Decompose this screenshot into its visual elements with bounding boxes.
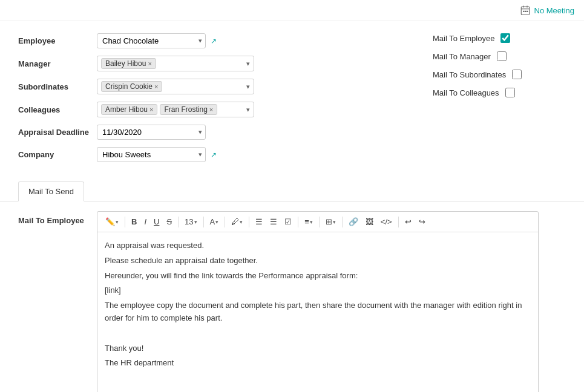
- colleagues-label: Colleagues: [18, 105, 97, 114]
- editor-toolbar: ✏️▾ B I U S 13 ▾ A▾ 🖊▾: [97, 212, 538, 232]
- colleagues-tag-remove-1[interactable]: ×: [209, 106, 213, 113]
- subordinates-control: Crispin Cookie ×: [97, 79, 408, 94]
- font-size-button[interactable]: 13 ▾: [182, 215, 200, 228]
- form-right: Mail To Employee Mail To Manager Mail To…: [433, 33, 566, 169]
- font-size-value: 13: [185, 217, 193, 226]
- colleagues-tag-0: Amber Hibou ×: [101, 104, 157, 115]
- toolbar-divider-9: [398, 217, 399, 227]
- deadline-control: 11/30/2020: [97, 125, 408, 140]
- alignment-button[interactable]: ≡▾: [301, 215, 316, 228]
- ordered-list-button[interactable]: ☰: [267, 215, 280, 228]
- font-color-button[interactable]: A▾: [207, 215, 222, 228]
- toolbar-divider-5: [249, 217, 249, 227]
- deadline-select[interactable]: 11/30/2020: [97, 125, 206, 140]
- mail-subordinates-label: Mail To Subordinates: [433, 70, 506, 79]
- deadline-row: Appraisal Deadline 11/30/2020: [18, 125, 408, 140]
- company-external-link[interactable]: ↗: [211, 151, 217, 159]
- svg-rect-4: [523, 11, 524, 12]
- email-line-4: [link]: [105, 284, 531, 297]
- mail-section: Mail To Employee ✏️▾ B I U S 13 ▾: [0, 201, 584, 392]
- top-bar: No Meeting: [0, 0, 584, 21]
- colleagues-tag-input[interactable]: Amber Hibou × Fran Frosting ×: [97, 102, 254, 117]
- subordinates-label: Subordinates: [18, 82, 97, 91]
- svg-rect-6: [527, 11, 528, 12]
- colleagues-tag-text-0: Amber Hibou: [105, 105, 148, 114]
- mail-employee-label: Mail To Employee: [433, 34, 494, 43]
- mail-subordinates-row: Mail To Subordinates: [433, 70, 566, 79]
- email-line-1: An appraisal was requested.: [105, 240, 531, 252]
- underline-button[interactable]: U: [151, 215, 162, 228]
- unordered-list-button[interactable]: ☰: [252, 215, 266, 228]
- italic-button[interactable]: I: [141, 215, 149, 228]
- deadline-select-wrapper[interactable]: 11/30/2020: [97, 125, 206, 140]
- email-line-6: [105, 327, 531, 340]
- subordinates-tag-remove[interactable]: ×: [154, 83, 158, 90]
- manager-label: Manager: [18, 59, 97, 68]
- colleagues-row: Colleagues Amber Hibou × Fran Frosting ×: [18, 102, 408, 117]
- deadline-label: Appraisal Deadline: [18, 128, 97, 137]
- subordinates-row: Subordinates Crispin Cookie ×: [18, 79, 408, 94]
- email-line-2: Please schedule an appraisal date togeth…: [105, 255, 531, 267]
- strikethrough-button[interactable]: S: [163, 215, 175, 228]
- colleagues-control: Amber Hibou × Fran Frosting ×: [97, 102, 408, 117]
- mail-colleagues-row: Mail To Colleagues: [433, 88, 566, 97]
- form-section: Employee Chad Chocolate ↗ Manager Bailey…: [0, 21, 584, 181]
- manager-tag: Bailey Hibou ×: [101, 58, 156, 69]
- employee-select-wrapper[interactable]: Chad Chocolate: [97, 33, 206, 48]
- undo-button[interactable]: ↩: [402, 215, 415, 228]
- code-button[interactable]: </>: [378, 215, 395, 228]
- manager-tag-remove[interactable]: ×: [148, 60, 151, 67]
- toolbar-divider-2: [178, 217, 179, 227]
- mail-section-label: Mail To Employee: [18, 211, 85, 225]
- employee-select[interactable]: Chad Chocolate: [97, 33, 206, 48]
- toolbar-divider-3: [203, 217, 204, 227]
- employee-external-link[interactable]: ↗: [211, 37, 217, 45]
- calendar-icon: [520, 5, 531, 16]
- format-brush-button[interactable]: ✏️▾: [102, 215, 122, 228]
- bold-button[interactable]: B: [128, 215, 140, 228]
- email-line-7: Thank you!: [105, 342, 531, 355]
- mail-employee-row: Mail To Employee: [433, 33, 566, 43]
- mail-employee-checkbox[interactable]: [500, 33, 510, 43]
- mail-colleagues-label: Mail To Colleagues: [433, 88, 499, 97]
- form-left: Employee Chad Chocolate ↗ Manager Bailey…: [18, 33, 408, 169]
- tab-mail-to-send[interactable]: Mail To Send: [18, 181, 84, 201]
- checkbox-list-button[interactable]: ☑: [281, 215, 295, 228]
- manager-tag-text: Bailey Hibou: [105, 59, 146, 68]
- table-button[interactable]: ⊞▾: [323, 215, 339, 228]
- mail-colleagues-checkbox[interactable]: [505, 88, 515, 97]
- link-button[interactable]: 🔗: [346, 215, 361, 228]
- image-button[interactable]: 🖼: [363, 215, 376, 228]
- subordinates-tag-text: Crispin Cookie: [105, 82, 153, 91]
- company-select[interactable]: Hibou Sweets: [97, 147, 206, 162]
- email-line-8: The HR department: [105, 357, 531, 370]
- tab-bar: Mail To Send: [0, 181, 584, 201]
- email-editor: ✏️▾ B I U S 13 ▾ A▾ 🖊▾: [97, 211, 539, 392]
- email-line-5: The employee copy the document and compl…: [105, 299, 531, 325]
- employee-label: Employee: [18, 36, 97, 45]
- manager-control: Bailey Hibou ×: [97, 56, 408, 71]
- editor-body[interactable]: An appraisal was requested. Please sched…: [97, 232, 538, 392]
- no-meeting-label: No Meeting: [534, 6, 574, 15]
- colleagues-tag-text-1: Fran Frosting: [164, 105, 207, 114]
- toolbar-divider-7: [319, 217, 320, 227]
- highlight-button[interactable]: 🖊▾: [228, 215, 246, 228]
- toolbar-divider-8: [342, 217, 343, 227]
- subordinates-tag-input[interactable]: Crispin Cookie ×: [97, 79, 254, 94]
- svg-rect-5: [525, 11, 526, 12]
- toolbar-divider-4: [225, 217, 225, 227]
- redo-button[interactable]: ↪: [416, 215, 428, 228]
- mail-subordinates-checkbox[interactable]: [512, 70, 522, 79]
- manager-row: Manager Bailey Hibou ×: [18, 56, 408, 71]
- colleagues-tag-1: Fran Frosting ×: [160, 104, 217, 115]
- mail-manager-row: Mail To Manager: [433, 51, 566, 61]
- toolbar-divider-1: [125, 217, 125, 227]
- manager-tag-input[interactable]: Bailey Hibou ×: [97, 56, 254, 71]
- mail-manager-checkbox[interactable]: [497, 51, 507, 61]
- employee-row: Employee Chad Chocolate ↗: [18, 33, 408, 48]
- mail-manager-label: Mail To Manager: [433, 52, 491, 61]
- no-meeting-button[interactable]: No Meeting: [520, 5, 574, 16]
- colleagues-tag-remove-0[interactable]: ×: [149, 106, 153, 113]
- company-select-wrapper[interactable]: Hibou Sweets: [97, 147, 206, 162]
- employee-control: Chad Chocolate ↗: [97, 33, 408, 48]
